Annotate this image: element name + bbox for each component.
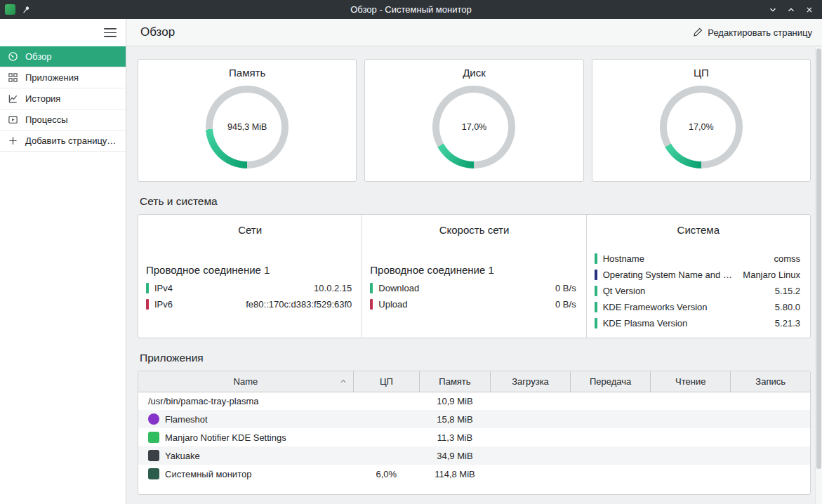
column-header-name[interactable]: Name — [138, 371, 353, 392]
upload-cell — [571, 446, 651, 465]
sidebar-item-add-page[interactable]: Добавить страницу… — [0, 131, 126, 152]
minimize-button[interactable] — [766, 3, 780, 17]
sensor-row: KDE Plasma Version 5.21.3 — [592, 315, 804, 331]
table-row[interactable]: /usr/bin/pamac-tray-plasma 10,9 MiB — [138, 392, 810, 410]
menu-button[interactable] — [104, 28, 117, 37]
download-cell — [491, 428, 571, 446]
download-cell — [491, 392, 571, 410]
table-row[interactable]: Системный монитор 6,0% 114,8 MiB — [138, 465, 810, 483]
window-title: Обзор - Системный монитор — [0, 4, 822, 15]
edit-page-button[interactable]: Редактировать страницу — [693, 27, 812, 38]
page-header: Обзор Редактировать страницу — [126, 19, 822, 46]
sensor-row: Upload 0 B/s — [368, 296, 580, 312]
processes-icon — [8, 114, 18, 125]
sensor-color-bar — [595, 253, 597, 264]
sensor-color-bar — [595, 286, 597, 296]
connection-name: Проводное соединение 1 — [370, 264, 580, 276]
column-header-download[interactable]: Загрузка — [491, 371, 571, 392]
column-header-cpu[interactable]: ЦП — [353, 371, 419, 392]
gauge-value: 17,0% — [660, 86, 743, 168]
sensor-row: Download 0 B/s — [368, 280, 580, 296]
write-cell — [731, 465, 810, 483]
upload-cell — [571, 410, 651, 428]
sensor-color-bar — [595, 318, 597, 329]
page-title: Обзор — [140, 25, 175, 39]
gauge-value: 17,0% — [432, 86, 515, 168]
table-row[interactable]: Yakuake 34,9 MiB — [138, 446, 810, 465]
plus-icon — [8, 135, 18, 146]
yakuake-icon — [148, 450, 159, 461]
column-header-memory[interactable]: Память — [419, 371, 490, 392]
sensor-color-bar — [370, 299, 373, 310]
gauge-value: 945,3 MiB — [206, 86, 289, 168]
cpu-cell — [353, 410, 419, 428]
app-window: Обзор - Системный монитор — [0, 0, 822, 504]
gauge-title: ЦП — [694, 67, 709, 79]
gauge-icon — [8, 51, 18, 62]
window-controls — [766, 3, 822, 17]
sensor-label: Download — [378, 283, 550, 293]
vertical-scrollbar[interactable] — [815, 47, 822, 504]
network-speed-column: Скорость сети Проводное соединение 1 Dow… — [362, 215, 585, 338]
network-system-card: Сети Проводное соединение 1 IPv4 10.0.2.… — [138, 214, 811, 338]
app-name-cell: /usr/bin/pamac-tray-plasma — [138, 392, 353, 410]
sensor-row: KDE Frameworks Version 5.80.0 — [592, 299, 804, 315]
memory-gauge-card: Память 945,3 MiB — [138, 59, 357, 182]
pin-icon[interactable] — [21, 5, 31, 15]
edit-page-label: Редактировать страницу — [708, 27, 812, 38]
cpu-donut-gauge: 17,0% — [660, 86, 743, 168]
app-name-cell: Manjaro Notifier KDE Settings — [138, 428, 353, 446]
grid-icon — [8, 72, 18, 83]
maximize-button[interactable] — [784, 3, 798, 17]
read-cell — [651, 428, 731, 446]
sidebar-item-label: Приложения — [25, 72, 79, 83]
write-cell — [731, 446, 810, 465]
table-row[interactable]: Flameshot 15,8 MiB — [138, 410, 810, 428]
upload-cell — [571, 465, 651, 483]
download-cell — [491, 410, 571, 428]
read-cell — [651, 446, 731, 465]
system-monitor-icon — [148, 468, 159, 479]
sensor-label: Operating System Name and Ve… — [603, 270, 738, 280]
disk-donut-gauge: 17,0% — [432, 86, 515, 168]
sensor-color-bar — [595, 270, 597, 280]
sensor-value: Manjaro Linux — [743, 270, 800, 280]
section-title-network: Сеть и система — [140, 195, 809, 208]
sensor-label: Upload — [378, 299, 550, 310]
write-cell — [731, 410, 810, 428]
sidebar-item-applications[interactable]: Приложения — [0, 67, 126, 88]
close-button[interactable] — [802, 3, 816, 17]
sensor-value: 5.15.2 — [775, 286, 800, 296]
connection-name: Проводное соединение 1 — [146, 264, 356, 276]
table-row[interactable]: Manjaro Notifier KDE Settings 11,3 MiB — [138, 428, 810, 446]
overview-content: Память 945,3 MiB Диск 17,0% ЦП — [126, 46, 822, 504]
column-header-upload[interactable]: Передача — [571, 371, 651, 392]
sidebar: Обзор Приложения История — [0, 19, 126, 504]
scrollbar-thumb[interactable] — [816, 48, 821, 469]
sidebar-item-history[interactable]: История — [0, 88, 126, 110]
write-cell — [731, 392, 810, 410]
sensor-label: Qt Version — [603, 286, 769, 296]
sidebar-item-processes[interactable]: Процессы — [0, 110, 126, 131]
column-title: Система — [592, 224, 804, 236]
sensor-value: comss — [774, 253, 800, 264]
tray-app-icon[interactable] — [5, 4, 15, 15]
manjaro-notifier-icon — [148, 432, 159, 443]
sensor-row: IPv6 fe80::170c:d383:f529:63f0 — [144, 296, 356, 312]
column-header-write[interactable]: Запись — [731, 371, 810, 392]
cpu-gauge-card: ЦП 17,0% — [592, 59, 811, 182]
column-header-read[interactable]: Чтение — [651, 371, 731, 392]
sensor-label: Hostname — [603, 253, 769, 264]
sensor-row: Hostname comss — [592, 251, 804, 267]
sidebar-item-overview[interactable]: Обзор — [0, 46, 126, 67]
sensor-label: KDE Plasma Version — [603, 318, 769, 329]
titlebar[interactable]: Обзор - Системный монитор — [0, 0, 822, 19]
column-title: Сети — [144, 224, 356, 236]
sensor-value: 0 B/s — [555, 299, 576, 310]
sensor-value: fe80::170c:d383:f529:63f0 — [246, 299, 352, 310]
sensor-label: IPv4 — [154, 283, 308, 293]
cpu-cell: 6,0% — [353, 465, 419, 483]
upload-cell — [571, 428, 651, 446]
gauge-title: Память — [229, 67, 265, 79]
write-cell — [731, 428, 810, 446]
